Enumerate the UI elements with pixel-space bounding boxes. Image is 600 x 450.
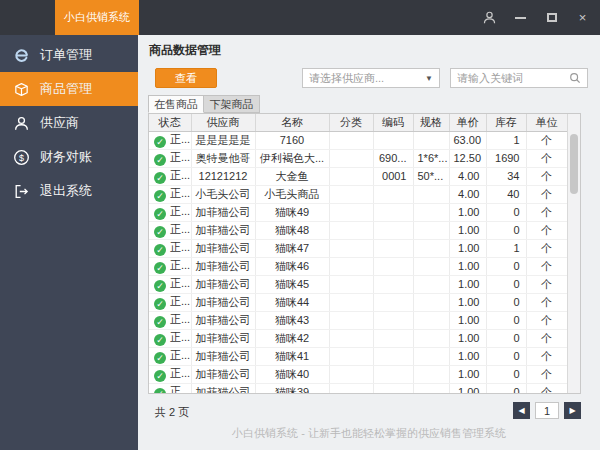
column-header-unit[interactable]: 单位 xyxy=(526,114,567,131)
column-header-name[interactable]: 名称 xyxy=(255,114,329,131)
cell-code: 0001 xyxy=(373,167,413,185)
table-row[interactable]: ✓正...12121212大金鱼000150*...4.0034个 xyxy=(149,167,567,185)
table-row[interactable]: ✓正...加菲猫公司猫咪401.000个 xyxy=(149,365,567,383)
table-row[interactable]: ✓正...加菲猫公司猫咪431.000个 xyxy=(149,311,567,329)
check-circle-icon: ✓ xyxy=(154,352,166,364)
sidebar-item-label: 财务对账 xyxy=(40,148,92,166)
cell-stock: 40 xyxy=(486,185,526,203)
sidebar-item-finance[interactable]: $ 财务对账 xyxy=(0,140,138,174)
column-header-supplier[interactable]: 供应商 xyxy=(191,114,255,131)
cell-supplier: 奥特曼他哥 xyxy=(191,149,255,167)
cell-status: ✓正... xyxy=(149,131,191,149)
check-circle-icon: ✓ xyxy=(154,334,166,346)
sidebar-item-label: 供应商 xyxy=(40,114,79,132)
view-button[interactable]: 查看 xyxy=(155,68,217,88)
cell-name: 猫咪45 xyxy=(255,275,329,293)
cell-name: 猫咪42 xyxy=(255,329,329,347)
tab-offshelf[interactable]: 下架商品 xyxy=(204,95,260,113)
cell-stock: 34 xyxy=(486,167,526,185)
cell-name: 猫咪44 xyxy=(255,293,329,311)
cell-category xyxy=(329,329,373,347)
table-row[interactable]: ✓正...小毛头公司小毛头商品4.0040个 xyxy=(149,185,567,203)
header-row: 状态供应商名称分类编码规格单价库存单位 xyxy=(149,114,567,131)
table-scrollbar[interactable] xyxy=(567,114,580,393)
close-button[interactable]: × xyxy=(575,10,590,25)
user-icon[interactable] xyxy=(482,10,497,25)
sidebar-item-suppliers[interactable]: 供应商 xyxy=(0,106,138,140)
cell-price: 1.00 xyxy=(449,239,486,257)
cell-price: 1.00 xyxy=(449,221,486,239)
sidebar: 订单管理 商品管理 供应商 $ 财务对账 退出系统 xyxy=(0,35,138,450)
keyword-input[interactable] xyxy=(457,72,565,84)
supplier-select[interactable]: 请选择供应商... ▼ xyxy=(302,68,440,88)
check-circle-icon: ✓ xyxy=(154,226,166,238)
column-header-price[interactable]: 单价 xyxy=(449,114,486,131)
status-text: 正... xyxy=(170,385,190,394)
minimize-button[interactable] xyxy=(513,10,528,25)
cell-supplier: 加菲猫公司 xyxy=(191,311,255,329)
table-row[interactable]: ✓正...加菲猫公司猫咪441.000个 xyxy=(149,293,567,311)
scrollbar-thumb[interactable] xyxy=(570,134,578,194)
column-header-category[interactable]: 分类 xyxy=(329,114,373,131)
status-text: 正... xyxy=(170,241,190,253)
cell-name: 猫咪47 xyxy=(255,239,329,257)
cell-price: 4.00 xyxy=(449,185,486,203)
table-row[interactable]: ✓正...加菲猫公司猫咪461.000个 xyxy=(149,257,567,275)
cell-unit: 个 xyxy=(526,221,567,239)
cell-price: 1.00 xyxy=(449,383,486,394)
cell-status: ✓正... xyxy=(149,347,191,365)
status-text: 正... xyxy=(170,259,190,271)
tab-onsale[interactable]: 在售商品 xyxy=(148,95,204,113)
cell-unit: 个 xyxy=(526,383,567,394)
sidebar-item-label: 退出系统 xyxy=(40,182,92,200)
cell-stock: 0 xyxy=(486,221,526,239)
tab-bar: 在售商品下架商品 xyxy=(148,95,260,113)
prev-page-button[interactable]: ◀ xyxy=(513,402,530,419)
cell-stock: 0 xyxy=(486,383,526,394)
cell-category xyxy=(329,347,373,365)
cell-category xyxy=(329,239,373,257)
cell-status: ✓正... xyxy=(149,149,191,167)
table-row[interactable]: ✓正...加菲猫公司猫咪421.000个 xyxy=(149,329,567,347)
table-row[interactable]: ✓正...加菲猫公司猫咪451.000个 xyxy=(149,275,567,293)
column-header-spec[interactable]: 规格 xyxy=(413,114,449,131)
titlebar: 小白供销系统 × xyxy=(0,0,600,35)
cell-category xyxy=(329,311,373,329)
cell-spec xyxy=(413,203,449,221)
table-row[interactable]: ✓正...加菲猫公司猫咪481.000个 xyxy=(149,221,567,239)
sidebar-item-logout[interactable]: 退出系统 xyxy=(0,174,138,208)
cell-name: 伊利褐色大... xyxy=(255,149,329,167)
cell-status: ✓正... xyxy=(149,239,191,257)
table-row[interactable]: ✓正...加菲猫公司猫咪471.001个 xyxy=(149,239,567,257)
table-row[interactable]: ✓正...加菲猫公司猫咪411.000个 xyxy=(149,347,567,365)
column-header-code[interactable]: 编码 xyxy=(373,114,413,131)
table-row[interactable]: ✓正...加菲猫公司猫咪491.000个 xyxy=(149,203,567,221)
cell-unit: 个 xyxy=(526,347,567,365)
next-page-button[interactable]: ▶ xyxy=(564,402,581,419)
cell-code xyxy=(373,365,413,383)
cell-supplier: 加菲猫公司 xyxy=(191,221,255,239)
table-row[interactable]: ✓正...奥特曼他哥伊利褐色大...690...1*6*...12.501690… xyxy=(149,149,567,167)
table-row[interactable]: ✓正...是是是是是716063.001个 xyxy=(149,131,567,149)
cell-category xyxy=(329,131,373,149)
cell-spec xyxy=(413,365,449,383)
cell-supplier: 加菲猫公司 xyxy=(191,275,255,293)
maximize-button[interactable] xyxy=(544,10,559,25)
supplier-select-placeholder: 请选择供应商... xyxy=(309,71,384,86)
sidebar-item-products[interactable]: 商品管理 xyxy=(0,72,138,106)
cell-supplier: 12121212 xyxy=(191,167,255,185)
status-text: 正... xyxy=(170,133,190,145)
cell-name: 猫咪48 xyxy=(255,221,329,239)
cell-spec: 50*... xyxy=(413,167,449,185)
sidebar-item-orders[interactable]: 订单管理 xyxy=(0,38,138,72)
cell-spec xyxy=(413,383,449,394)
table-row[interactable]: ✓正...加菲猫公司猫咪391.000个 xyxy=(149,383,567,394)
check-circle-icon: ✓ xyxy=(154,244,166,256)
column-header-stock[interactable]: 库存 xyxy=(486,114,526,131)
cell-price: 4.00 xyxy=(449,167,486,185)
cell-price: 1.00 xyxy=(449,347,486,365)
cell-name: 猫咪43 xyxy=(255,311,329,329)
column-header-status[interactable]: 状态 xyxy=(149,114,191,131)
table-body: ✓正...是是是是是716063.001个✓正...奥特曼他哥伊利褐色大...6… xyxy=(149,131,567,394)
cell-name: 大金鱼 xyxy=(255,167,329,185)
